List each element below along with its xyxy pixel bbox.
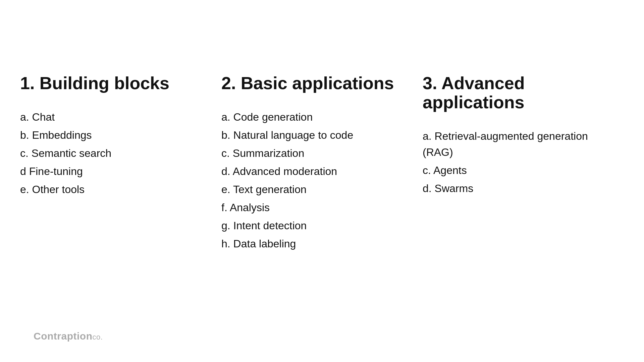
list-item: a. Retrieval-augmented generation (RAG) xyxy=(423,128,610,160)
column-list-basic-applications: a. Code generationb. Natural language to… xyxy=(221,109,409,252)
list-item: d Fine-tuning xyxy=(20,163,208,179)
brand-suffix: co. xyxy=(92,333,103,341)
list-item: d. Advanced moderation xyxy=(221,163,409,179)
list-item: h. Data labeling xyxy=(221,236,409,252)
list-item: b. Embeddings xyxy=(20,127,208,143)
column-list-advanced-applications: a. Retrieval-augmented generation (RAG)c… xyxy=(423,128,610,196)
list-item: a. Code generation xyxy=(221,109,409,125)
column-heading-basic-applications: 2. Basic applications xyxy=(221,74,409,93)
column-heading-advanced-applications: 3. Advanced applications xyxy=(423,74,610,112)
column-list-building-blocks: a. Chatb. Embeddingsc. Semantic searchd … xyxy=(20,109,208,197)
list-item: c. Summarization xyxy=(221,145,409,161)
list-item: g. Intent detection xyxy=(221,218,409,234)
list-item: c. Agents xyxy=(423,162,610,178)
column-basic-applications: 2. Basic applicationsa. Code generationb… xyxy=(221,74,423,254)
list-item: e. Other tools xyxy=(20,181,208,197)
page-container: 1. Building blocksa. Chatb. Embeddingsc.… xyxy=(0,0,644,362)
columns-wrapper: 1. Building blocksa. Chatb. Embeddingsc.… xyxy=(20,74,624,254)
list-item: c. Semantic search xyxy=(20,145,208,161)
column-heading-building-blocks: 1. Building blocks xyxy=(20,74,208,93)
list-item: e. Text generation xyxy=(221,181,409,197)
column-advanced-applications: 3. Advanced applicationsa. Retrieval-aug… xyxy=(423,74,624,254)
column-building-blocks: 1. Building blocksa. Chatb. Embeddingsc.… xyxy=(20,74,221,254)
list-item: d. Swarms xyxy=(423,180,610,196)
list-item: a. Chat xyxy=(20,109,208,125)
branding: Contraptionco. xyxy=(34,330,103,342)
brand-main: Contraption xyxy=(34,330,92,342)
list-item: f. Analysis xyxy=(221,199,409,216)
list-item: b. Natural language to code xyxy=(221,127,409,143)
